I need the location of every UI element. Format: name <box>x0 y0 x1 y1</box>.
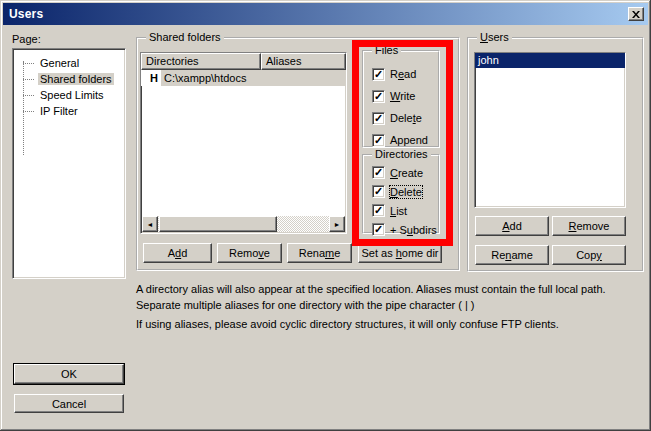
folder-remove-button[interactable]: Remove <box>217 243 282 263</box>
folder-rename-button[interactable]: Rename <box>287 243 352 263</box>
scrollbar-track[interactable] <box>277 216 329 232</box>
page-item-general[interactable]: General <box>13 55 125 71</box>
checkbox-checked-icon: ✓ <box>372 223 385 236</box>
ok-button[interactable]: OK <box>13 363 125 385</box>
checkbox-checked-icon: ✓ <box>372 68 385 81</box>
directories-permissions-group: Directories ✓ Create ✓ Delete ✓ List ✓ +… <box>362 154 440 234</box>
user-list-item[interactable]: john <box>475 53 625 68</box>
user-add-button[interactable]: Add <box>475 216 549 236</box>
users-group-label: Users <box>477 31 512 44</box>
checkbox-checked-icon: ✓ <box>372 185 385 198</box>
close-icon <box>632 11 640 18</box>
checkbox-files-read[interactable]: ✓ Read <box>372 63 438 85</box>
checkbox-files-delete[interactable]: ✓ Delete <box>372 107 438 129</box>
checkbox-files-write[interactable]: ✓ Write <box>372 85 438 107</box>
scroll-right-arrow-icon[interactable]: ► <box>329 216 345 232</box>
checkbox-checked-icon: ✓ <box>372 204 385 217</box>
cyclic-note-text: If using aliases, please avoid cyclic di… <box>136 316 632 332</box>
column-header-aliases[interactable]: Aliases <box>261 53 346 70</box>
checkbox-dirs-delete[interactable]: ✓ Delete <box>372 182 438 201</box>
column-header-directories[interactable]: Directories <box>141 53 261 70</box>
checkbox-dirs-create[interactable]: ✓ Create <box>372 163 438 182</box>
user-copy-button[interactable]: Copy <box>552 245 626 265</box>
window-title: Users <box>9 7 43 21</box>
folder-add-button[interactable]: Add <box>143 243 212 263</box>
page-label: Page: <box>12 33 41 45</box>
directories-listview[interactable]: Directories Aliases H C:\xampp\htdocs ◄ … <box>140 52 347 234</box>
titlebar[interactable]: Users <box>3 3 648 25</box>
checkbox-dirs-subdirs[interactable]: ✓ + Subdirs <box>372 220 438 239</box>
files-permissions-group: Files ✓ Read ✓ Write ✓ Delete ✓ Append <box>362 50 440 148</box>
checkbox-checked-icon: ✓ <box>372 166 385 179</box>
directories-group-label: Directories <box>372 148 431 161</box>
files-group-label: Files <box>372 44 401 57</box>
close-button[interactable] <box>628 7 644 21</box>
checkbox-checked-icon: ✓ <box>372 90 385 103</box>
horizontal-scrollbar[interactable]: ◄ ► <box>142 216 345 232</box>
cancel-button[interactable]: Cancel <box>14 394 124 413</box>
set-as-home-dir-button[interactable]: Set as home dir <box>358 243 442 263</box>
home-dir-marker: H <box>141 70 161 86</box>
directory-path: C:\xampp\htdocs <box>161 70 346 86</box>
user-remove-button[interactable]: Remove <box>552 216 626 236</box>
page-item-speed-limits[interactable]: Speed Limits <box>13 87 125 103</box>
alias-note-text: A directory alias will also appear at th… <box>136 281 632 313</box>
scrollbar-thumb[interactable] <box>159 216 277 232</box>
users-list[interactable]: john <box>474 52 626 208</box>
users-dialog: Users Page: General Shared folders Speed… <box>0 0 651 431</box>
checkbox-checked-icon: ✓ <box>372 134 385 147</box>
checkbox-checked-icon: ✓ <box>372 112 385 125</box>
directory-row[interactable]: H C:\xampp\htdocs <box>141 70 346 86</box>
shared-folders-group-label: Shared folders <box>146 31 224 44</box>
checkbox-dirs-list[interactable]: ✓ List <box>372 201 438 220</box>
listview-header: Directories Aliases <box>141 53 346 70</box>
page-item-ip-filter[interactable]: IP Filter <box>13 103 125 119</box>
scroll-left-arrow-icon[interactable]: ◄ <box>142 216 158 232</box>
page-list[interactable]: General Shared folders Speed Limits IP F… <box>12 48 126 279</box>
user-rename-button[interactable]: Rename <box>475 245 549 265</box>
page-item-shared-folders[interactable]: Shared folders <box>13 71 125 87</box>
